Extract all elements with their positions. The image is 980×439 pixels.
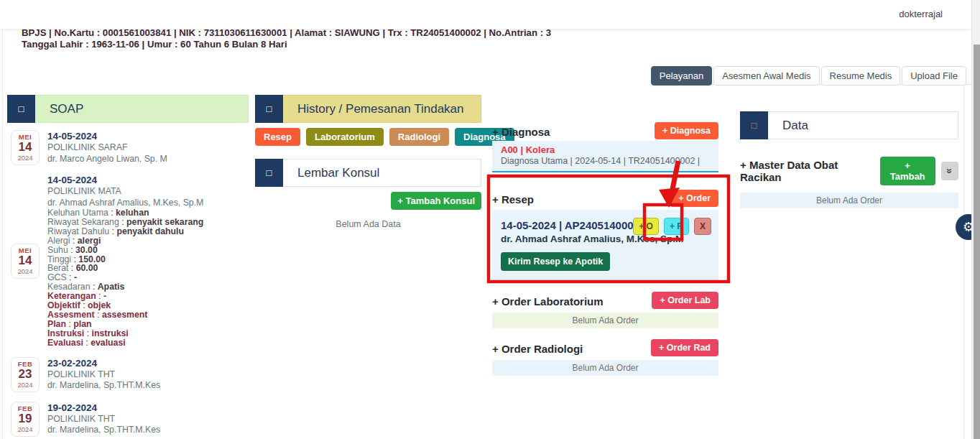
resep-section-header: + Resep + Order: [492, 188, 718, 207]
soap-detail-label: Alergi: [47, 236, 70, 246]
soap-detail-label: GCS: [47, 272, 67, 282]
soap-detail-value: alergi: [78, 236, 101, 246]
soap-entry-day: 23: [11, 368, 39, 381]
tab-pelayanan[interactable]: Pelayanan: [651, 66, 712, 86]
soap-entry-clinic: POLIKLINIK MATA: [47, 186, 249, 198]
soap-entry-info: 14-05-2024POLIKLINIK MATAdr. Ahmad Ashra…: [47, 175, 249, 348]
tab-upload-file[interactable]: Upload File: [902, 66, 966, 86]
history-panel-header: □ History / Pemesanan Tindakan: [255, 95, 481, 123]
soap-detail-label: Suhu: [47, 245, 68, 255]
data-panel-header: □ Data: [740, 111, 958, 139]
soap-panel-icon: □: [7, 95, 35, 123]
soap-entry: FEB23202423-02-2024POLIKLINIK THTdr. Mar…: [7, 357, 249, 392]
tab-resume-medis[interactable]: Resume Medis: [821, 66, 901, 86]
soap-entry-date: 14-05-2024: [47, 175, 249, 186]
diagnosa-code: A00 | Kolera: [501, 144, 710, 156]
soap-entry-detail: Evaluasi : evaluasi: [47, 338, 249, 348]
content-right-border: [963, 85, 964, 439]
add-order-rad-button[interactable]: + Order Rad: [651, 339, 718, 356]
soap-entry-year: 2024: [11, 267, 39, 275]
soap-detail-value: 60.00: [76, 263, 98, 273]
konsul-panel-title: Lembar Konsul: [283, 159, 481, 187]
soap-detail-label: Evaluasi: [47, 338, 83, 348]
history-panel: □ History / Pemesanan Tindakan Resep Lab…: [255, 95, 481, 229]
resep-mini-buttons: + O + R X: [633, 218, 711, 235]
soap-detail-value: penyakit dahulu: [116, 226, 184, 236]
soap-panel-title: SOAP: [35, 95, 249, 123]
soap-entry-month: FEB: [11, 360, 39, 368]
scrollbar-thumb[interactable]: [974, 45, 980, 439]
patient-info-line2: Tanggal Lahir : 1963-11-06 | Umur : 60 T…: [22, 39, 551, 50]
user-menu[interactable]: dokterrajal: [899, 9, 943, 19]
soap-detail-value: evaluasi: [91, 338, 126, 348]
soap-entry-year: 2024: [11, 154, 39, 162]
history-resep-button[interactable]: Resep: [255, 128, 300, 146]
scrollbar-track[interactable]: [971, 0, 980, 439]
soap-entry-datebox: FEB232024: [11, 357, 40, 392]
lab-heading: + Order Laboratorium: [492, 295, 604, 309]
soap-entry-detail: Berat : 60.00: [47, 264, 249, 273]
tambah-konsul-button[interactable]: + Tambah Konsul: [391, 192, 481, 210]
soap-detail-label: Plan: [47, 319, 66, 329]
soap-entry-clinic: POLIKLINIK THT: [47, 369, 249, 381]
topbar: dokterrajal: [0, 0, 971, 29]
resep-plus-r-button[interactable]: + R: [664, 218, 689, 235]
page-left-border: [2, 29, 3, 439]
soap-detail-value: objek: [88, 300, 111, 310]
soap-detail-value: penyakit sekarang: [126, 217, 203, 227]
soap-panel-header: □ SOAP: [7, 95, 249, 123]
diagnosa-card: A00 | Kolera Diagnosa Utama | 2024-05-14…: [492, 141, 718, 172]
tab-asesmen-awal-medis[interactable]: Asesmen Awal Medis: [713, 66, 819, 86]
kirim-resep-button[interactable]: Kirim Resep ke Apotik: [501, 252, 610, 271]
soap-entry-doctor: dr. Ahmad Ashraf Amalius, M.Kes, Sp.M: [47, 198, 249, 209]
soap-entry-date: 23-02-2024: [47, 358, 249, 369]
soap-detail-value: instruksi: [92, 328, 129, 338]
soap-entry: MEI14202414-05-2024POLIKLINIK MATAdr. Ah…: [7, 175, 249, 348]
add-order-resep-button[interactable]: + Order: [670, 190, 718, 207]
soap-panel: □ SOAP MEI14202414-05-2024POLIKLINIK SAR…: [7, 95, 249, 439]
rad-empty-strip: Belum Ada Order: [492, 360, 718, 376]
soap-detail-label: Tinggi: [47, 254, 71, 264]
soap-detail-label: Riwayat Dahulu: [47, 226, 109, 236]
add-diagnosa-button[interactable]: + Diagnosa: [655, 122, 718, 139]
patient-info-line1: BPJS | No.Kartu : 0001561003841 | NIK : …: [22, 27, 551, 39]
soap-entry-clinic: POLIKLINIK THT: [47, 414, 249, 425]
lab-empty-strip: Belum Ada Order: [492, 313, 718, 328]
resep-heading: + Resep: [492, 193, 534, 207]
history-radiologi-button[interactable]: Radiologi: [389, 128, 449, 146]
resep-card: 14-05-2024 | AP24051400001 dr. Ahmad Ash…: [492, 210, 718, 282]
diagnosa-section-header: + Diagnosa + Diagnosa: [492, 121, 718, 139]
soap-entry-datebox: FEB192024: [11, 402, 40, 437]
lab-section-header: + Order Laboratorium + Order Lab: [492, 290, 718, 309]
add-order-lab-button[interactable]: + Order Lab: [652, 292, 718, 309]
resep-delete-button[interactable]: X: [694, 218, 711, 235]
soap-detail-value: -: [103, 291, 106, 301]
rad-section-header: + Order Radiologi + Order Rad: [492, 338, 718, 356]
soap-detail-label: Assesment: [47, 310, 95, 320]
tambah-racikan-button[interactable]: + Tambah: [880, 157, 935, 185]
soap-entry-doctor: dr. Mardelina, Sp.THT.M.Kes: [47, 380, 249, 392]
racikan-section-header: + Master Data Obat Racikan + Tambah »: [740, 157, 958, 185]
soap-entry-day: 19: [11, 412, 39, 425]
soap-detail-label: Kesadaran: [47, 282, 90, 292]
soap-detail-value: keluhan: [116, 208, 149, 218]
soap-detail-value: 150.00: [78, 254, 106, 264]
collapse-racikan-button[interactable]: »: [941, 162, 958, 180]
history-laboratorium-button[interactable]: Laboratorium: [306, 128, 384, 146]
data-panel-icon: □: [740, 111, 768, 139]
soap-detail-value: plan: [73, 319, 91, 329]
soap-detail-value: 30.00: [75, 245, 98, 255]
konsul-panel-icon: □: [255, 159, 283, 187]
resep-plus-o-button[interactable]: + O: [633, 218, 659, 235]
soap-detail-label: Keterangan: [47, 291, 96, 301]
soap-entry-month: FEB: [11, 405, 39, 412]
rad-heading: + Order Radiologi: [492, 343, 583, 356]
soap-entry-datebox: MEI142024: [11, 244, 40, 279]
data-panel-title: Data: [768, 111, 958, 139]
patient-info: BPJS | No.Kartu : 0001561003841 | NIK : …: [22, 27, 551, 50]
soap-detail-value: Apatis: [98, 282, 125, 292]
soap-detail-label: Instruksi: [47, 328, 84, 338]
racikan-heading: + Master Data Obat Racikan: [740, 159, 880, 183]
diagnosa-heading: + Diagnosa: [492, 126, 550, 139]
soap-entry-info: 19-02-2024POLIKLINIK THTdr. Mardelina, S…: [47, 402, 249, 436]
